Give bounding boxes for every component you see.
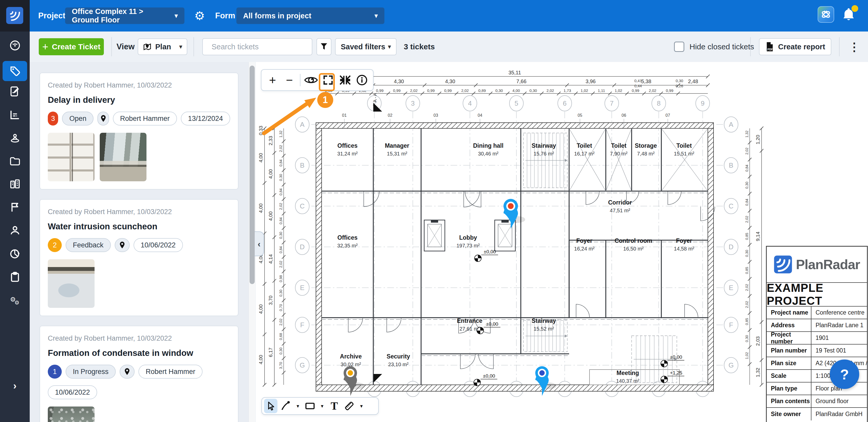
svg-text:3,96: 3,96 — [586, 78, 596, 84]
location-pin-chip[interactable] — [120, 365, 134, 379]
ticket-photo-thumbnail[interactable] — [48, 407, 95, 422]
svg-text:3: 3 — [411, 99, 414, 107]
view-label: View — [117, 32, 134, 62]
fit-to-screen-button[interactable] — [338, 72, 352, 88]
select-tool-button[interactable] — [264, 399, 277, 413]
project-selector[interactable]: Office Complex 11 > Ground Floor ▾ — [65, 7, 184, 24]
collapse-panel-tab[interactable]: ‹ — [255, 231, 264, 256]
svg-text:Storage: Storage — [635, 142, 657, 149]
svg-text:15,52 m²: 15,52 m² — [534, 326, 554, 332]
view-mode-dropdown[interactable]: Plan ▾ — [138, 38, 187, 55]
ticket-photo-thumbnail[interactable] — [100, 133, 147, 181]
sidebar-expand-button[interactable]: › — [0, 378, 30, 394]
priority-badge[interactable]: 2 — [48, 238, 62, 252]
ticket-card[interactable]: Created by Robert Hammer, 10/03/2022Dela… — [39, 72, 239, 190]
svg-text:2,33: 2,33 — [268, 136, 273, 145]
svg-text:4,00: 4,00 — [268, 211, 273, 221]
sidebar-item-site[interactable] — [3, 128, 27, 148]
sidebar-item-flags[interactable] — [3, 197, 27, 217]
status-chip[interactable]: In Progress — [66, 365, 116, 379]
planradar-logo[interactable] — [6, 7, 23, 24]
filter-button[interactable] — [316, 38, 332, 55]
svg-text:7: 7 — [610, 99, 614, 107]
plan-ticket-pin[interactable] — [503, 199, 525, 229]
sidebar-item-documents[interactable] — [3, 151, 27, 171]
svg-text:0,68: 0,68 — [279, 333, 283, 340]
create-ticket-button[interactable]: + Create Ticket — [39, 38, 104, 55]
visibility-eye-button[interactable] — [304, 72, 318, 88]
titleblock-label: Plan contents — [767, 395, 811, 407]
info-chip[interactable]: 10/06/2022 — [133, 238, 183, 252]
info-chip[interactable]: 10/06/2022 — [48, 385, 97, 399]
sidebar-item-reports[interactable] — [3, 244, 27, 264]
list-scrollbar[interactable] — [249, 62, 255, 422]
saved-filters-dropdown[interactable]: Saved filters ▾ — [335, 38, 397, 55]
sidebar-item-settings[interactable]: ⚙⚙ — [3, 290, 27, 310]
svg-text:D: D — [300, 243, 305, 251]
ticket-photo-thumbnail[interactable] — [48, 133, 95, 181]
help-button[interactable]: ? — [830, 359, 859, 389]
chevron-left-icon: ‹ — [257, 239, 260, 249]
ticket-card[interactable]: Created by Robert Hammer, 10/03/2022Wate… — [39, 199, 239, 316]
ticket-photo-thumbnail[interactable] — [48, 259, 95, 308]
notifications-bell-icon[interactable] — [842, 7, 857, 23]
zoom-out-button[interactable]: − — [282, 72, 297, 88]
priority-badge[interactable]: 1 — [48, 365, 62, 379]
svg-text:9,14: 9,14 — [755, 232, 761, 241]
info-chip[interactable]: 13/12/2024 — [181, 111, 230, 126]
svg-text:7,90 m²: 7,90 m² — [610, 151, 627, 157]
ticket-card[interactable]: Created by Robert Hammer, 10/03/2022Form… — [39, 326, 239, 422]
hide-closed-checkbox[interactable] — [674, 41, 684, 52]
ticket-list: Created by Robert Hammer, 10/03/2022Dela… — [30, 62, 249, 422]
svg-text:0,41: 0,41 — [634, 78, 642, 83]
svg-text:2,02: 2,02 — [461, 88, 469, 93]
svg-text:0,84: 0,84 — [279, 217, 283, 224]
svg-text:2,03: 2,03 — [755, 336, 761, 346]
svg-text:0,30: 0,30 — [495, 88, 503, 93]
titleblock-label: Plan number — [767, 345, 811, 357]
sidebar-item-statistics[interactable] — [3, 105, 27, 125]
create-report-button[interactable]: PDF Create report — [759, 38, 831, 55]
location-pin-chip[interactable] — [115, 238, 130, 252]
divider — [193, 37, 194, 56]
status-chip[interactable]: Feedback — [66, 238, 111, 252]
project-settings-gear-icon[interactable]: ⚙ — [194, 0, 205, 32]
measure-tool-caret[interactable]: ▾ — [358, 403, 365, 409]
titleblock-row: Project nameConference centre — [767, 306, 867, 319]
search-input[interactable] — [211, 42, 309, 52]
titleblock-label: Project name — [767, 306, 811, 319]
planradar-logo-icon — [774, 255, 792, 274]
sidebar-item-tasks[interactable] — [3, 267, 27, 287]
pen-tool-button[interactable] — [279, 399, 292, 413]
sidebar-item-dashboard[interactable] — [3, 35, 27, 56]
svg-text:⚙: ⚙ — [14, 300, 20, 305]
priority-badge[interactable]: 3 — [48, 111, 58, 126]
rectangle-tool-button[interactable] — [303, 399, 317, 413]
svg-text:0,84: 0,84 — [745, 199, 749, 205]
sidebar-item-contacts[interactable] — [3, 220, 27, 240]
form-selector[interactable]: All forms in project ▾ — [237, 7, 384, 24]
svg-text:C: C — [300, 202, 305, 210]
svg-text:Archive: Archive — [340, 353, 362, 360]
plan-info-button[interactable] — [354, 72, 369, 88]
pen-tool-caret[interactable]: ▾ — [294, 403, 302, 409]
chevron-down-icon: ▾ — [168, 12, 178, 20]
svg-text:±0,00: ±0,00 — [486, 321, 498, 327]
text-tool-button[interactable]: T — [328, 399, 341, 413]
measure-tool-button[interactable] — [343, 399, 356, 413]
svg-text:2,02: 2,02 — [745, 301, 749, 308]
info-chip[interactable]: Robert Hammer — [138, 365, 203, 379]
app-switcher-button[interactable] — [817, 6, 834, 23]
svg-text:4,00: 4,00 — [258, 304, 264, 314]
more-options-kebab-icon[interactable]: ⋮ — [846, 32, 862, 62]
fullscreen-button[interactable] — [320, 72, 336, 88]
sidebar-item-tickets[interactable] — [3, 61, 27, 81]
sidebar-item-projects[interactable] — [3, 174, 27, 194]
location-pin-chip[interactable] — [97, 111, 109, 126]
scrollbar-thumb[interactable] — [250, 66, 255, 284]
status-chip[interactable]: Open — [62, 111, 94, 126]
zoom-in-button[interactable]: + — [265, 72, 280, 88]
rectangle-tool-caret[interactable]: ▾ — [318, 403, 326, 409]
info-chip[interactable]: Robert Hammer — [113, 111, 177, 126]
sidebar-item-forms[interactable] — [3, 82, 27, 101]
